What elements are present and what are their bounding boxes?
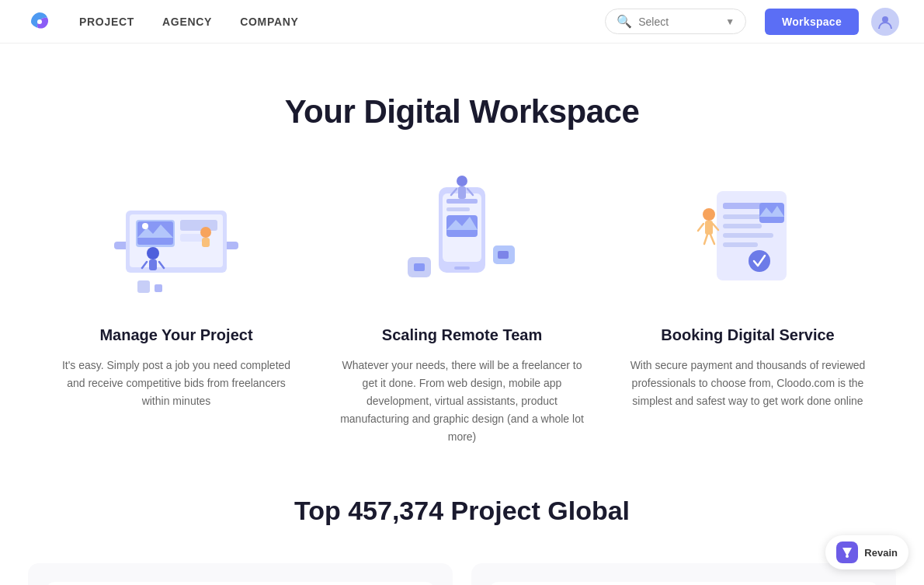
- feature-booking: Booking Digital Service With secure paym…: [624, 168, 872, 446]
- revain-label: Revain: [864, 547, 898, 559]
- svg-rect-34: [454, 266, 470, 270]
- manage-illustration: [91, 168, 262, 308]
- bottom-card-left: [28, 563, 453, 585]
- feature-booking-desc: With secure payment and thousands of rev…: [624, 357, 872, 410]
- svg-rect-38: [723, 224, 762, 228]
- feature-manage-title: Manage Your Project: [99, 326, 252, 344]
- bottom-card-left-inner: [47, 582, 434, 585]
- search-input[interactable]: [638, 16, 716, 28]
- hero-title: Your Digital Workspace: [31, 93, 893, 131]
- svg-rect-23: [446, 207, 470, 211]
- feature-scaling-title: Scaling Remote Team: [382, 326, 542, 344]
- svg-point-44: [703, 208, 715, 221]
- svg-rect-45: [705, 221, 713, 235]
- feature-scaling-desc: Whatever your needs, there will be a fre…: [338, 357, 586, 446]
- stats-title: Top 457,374 Project Global: [31, 496, 893, 526]
- nav-project[interactable]: PROJECT: [79, 16, 134, 28]
- svg-point-52: [846, 555, 849, 558]
- svg-point-19: [142, 223, 148, 229]
- svg-rect-33: [498, 251, 509, 259]
- svg-point-9: [147, 247, 159, 259]
- search-icon: 🔍: [617, 14, 632, 29]
- svg-line-48: [704, 235, 707, 244]
- svg-point-13: [200, 227, 211, 238]
- nav-agency[interactable]: AGENCY: [162, 16, 212, 28]
- svg-rect-7: [180, 220, 217, 231]
- nav-right: Workspace: [765, 8, 899, 36]
- svg-point-2: [882, 16, 888, 23]
- svg-rect-27: [458, 186, 466, 199]
- booking-illustration: [662, 168, 833, 308]
- feature-manage: Manage Your Project It's easy. Simply po…: [52, 168, 300, 446]
- bottom-card-right-inner: [490, 582, 877, 585]
- svg-rect-16: [155, 284, 162, 292]
- svg-line-46: [698, 224, 703, 231]
- nav-company[interactable]: COMPANY: [240, 16, 298, 28]
- features-section: Manage Your Project It's easy. Simply po…: [0, 168, 924, 489]
- svg-rect-31: [414, 263, 425, 271]
- svg-point-41: [749, 250, 770, 272]
- hero-section: Your Digital Workspace: [0, 44, 924, 168]
- feature-manage-desc: It's easy. Simply post a job you need co…: [52, 357, 300, 410]
- bottom-card-right: [471, 563, 896, 585]
- avatar[interactable]: [871, 8, 899, 36]
- svg-point-26: [457, 176, 467, 186]
- revain-icon: [836, 541, 858, 563]
- scaling-illustration: [377, 168, 547, 308]
- navbar: PROJECT AGENCY COMPANY 🔍 ▼ Workspace: [0, 0, 924, 44]
- svg-rect-10: [149, 259, 157, 270]
- svg-rect-15: [137, 280, 150, 293]
- feature-scaling: Scaling Remote Team Whatever your needs,…: [338, 168, 586, 446]
- workspace-button[interactable]: Workspace: [765, 9, 859, 35]
- svg-line-49: [710, 235, 714, 244]
- svg-rect-39: [723, 233, 773, 238]
- svg-rect-14: [202, 238, 210, 247]
- chevron-down-icon: ▼: [725, 16, 735, 27]
- nav-links: PROJECT AGENCY COMPANY: [79, 16, 605, 28]
- logo[interactable]: [25, 7, 54, 37]
- svg-rect-40: [723, 242, 758, 247]
- feature-booking-title: Booking Digital Service: [661, 326, 834, 344]
- search-select[interactable]: 🔍 ▼: [605, 9, 746, 34]
- stats-section: Top 457,374 Project Global: [0, 489, 924, 551]
- svg-point-1: [37, 19, 42, 24]
- svg-rect-22: [446, 199, 478, 204]
- bottom-cards-row: [0, 551, 924, 585]
- revain-badge[interactable]: Revain: [825, 535, 908, 569]
